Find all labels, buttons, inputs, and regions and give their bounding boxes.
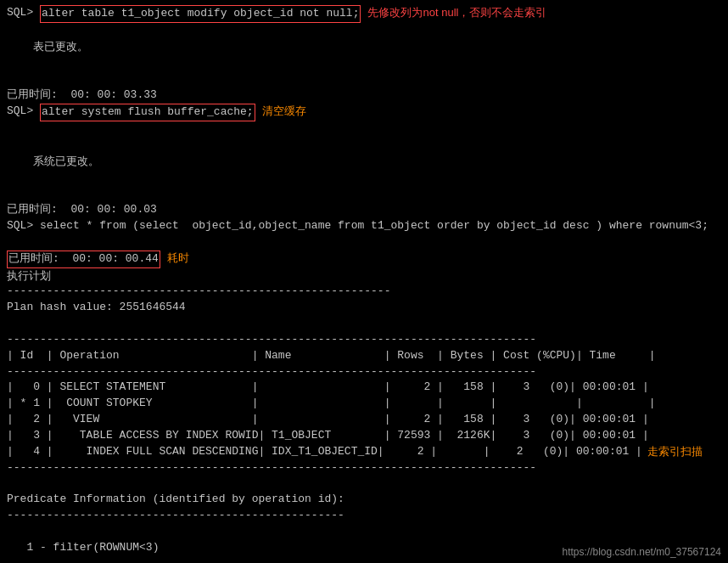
blank3 <box>7 186 721 202</box>
line-table-header: | Id | Operation | Name | Rows | Bytes |… <box>7 348 721 364</box>
blank4 <box>7 234 721 251</box>
cmd-select: select * from (select object_id,object_n… <box>40 218 708 234</box>
line-row2: | 2 | VIEW | | 2 | 158 | 3 (0)| 00:00:01… <box>7 412 721 428</box>
line-time3: 已用时间: 00: 00: 00.44 耗时 <box>7 251 721 268</box>
line-alter-table: SQL> alter table t1_object modify object… <box>7 5 721 23</box>
line-row0: | 0 | SELECT STATEMENT | | 2 | 158 | 3 (… <box>7 380 721 396</box>
line-divider1: ----------------------------------------… <box>7 284 721 300</box>
line-divider5: ----------------------------------------… <box>7 508 721 524</box>
line-time1: 已用时间: 00: 00: 03.33 <box>7 87 721 104</box>
terminal: SQL> alter table t1_object modify object… <box>0 0 728 563</box>
row4-text: | 4 | INDEX FULL SCAN DESCENDING| IDX_T1… <box>7 444 642 460</box>
line-time2: 已用时间: 00: 00: 00.03 <box>7 202 721 218</box>
sql-prompt-3: SQL> <box>7 218 40 234</box>
line-row4: | 4 | INDEX FULL SCAN DESCENDING| IDX_T1… <box>7 444 721 460</box>
line-exec-plan: 执行计划 <box>7 268 721 284</box>
annotation-notnull: 先修改列为not null，否则不会走索引 <box>367 5 546 21</box>
annotation-time: 耗时 <box>167 251 189 267</box>
sql-prompt-2: SQL> <box>7 104 40 120</box>
time-box: 已用时间: 00: 00: 00.44 <box>7 251 160 268</box>
line-sys-changed: 系统已更改。 <box>7 138 721 187</box>
cmd-alter-table: alter table t1_object modify object_id n… <box>40 5 361 23</box>
line-divider2: ----------------------------------------… <box>7 332 721 348</box>
line-select: SQL> select * from (select object_id,obj… <box>7 218 721 234</box>
text-table-changed: 表已更改。 <box>33 40 88 53</box>
annotation-index-scan: 走索引扫描 <box>647 444 703 460</box>
line-hash: Plan hash value: 2551646544 <box>7 300 721 316</box>
line-table-changed: 表已更改。 <box>7 23 721 72</box>
line-flush: SQL> alter system flush buffer_cache; 清空… <box>7 104 721 121</box>
blank6 <box>7 476 721 492</box>
line-predicate: Predicate Information (identified by ope… <box>7 492 721 508</box>
blank1 <box>7 71 721 87</box>
blank7 <box>7 524 721 540</box>
line-divider4: ----------------------------------------… <box>7 460 721 476</box>
line-row3: | 3 | TABLE ACCESS BY INDEX ROWID| T1_OB… <box>7 428 721 444</box>
line-row1: | * 1 | COUNT STOPKEY | | | | | | <box>7 396 721 412</box>
cmd-flush: alter system flush buffer_cache; <box>40 104 255 121</box>
line-divider3: ----------------------------------------… <box>7 364 721 380</box>
text-sys-changed: 系统已更改。 <box>33 155 99 167</box>
sql-prompt-1: SQL> <box>7 5 40 21</box>
annotation-flush: 清空缓存 <box>262 104 306 120</box>
watermark: https://blog.csdn.net/m0_37567124 <box>563 546 721 558</box>
blank5 <box>7 316 721 332</box>
blank2 <box>7 121 721 138</box>
